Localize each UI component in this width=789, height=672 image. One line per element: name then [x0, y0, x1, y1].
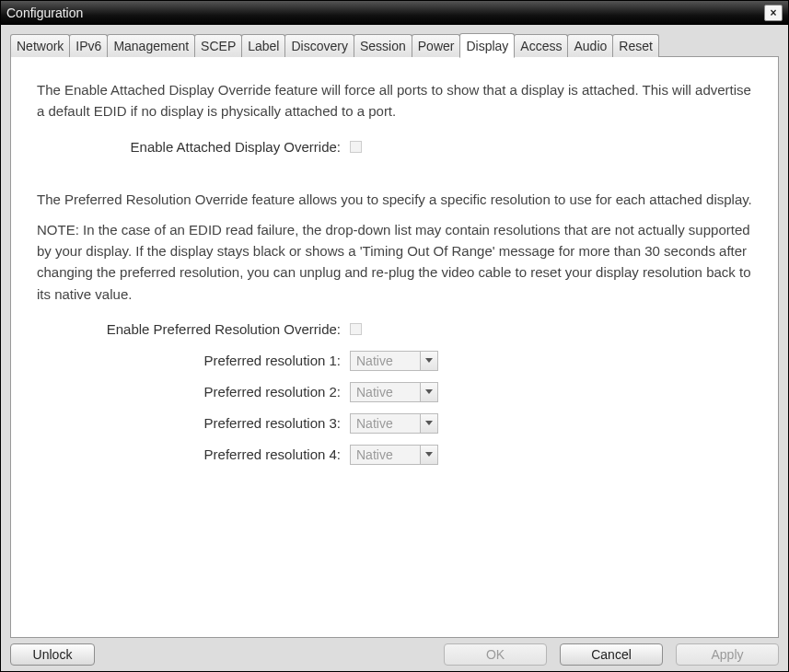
preferred-resolution-select-4[interactable]: Native: [350, 445, 438, 465]
preferred-resolution-row-3: Preferred resolution 3:Native: [37, 408, 752, 439]
tab-ipv6[interactable]: IPv6: [69, 34, 108, 57]
close-icon: ×: [770, 7, 776, 18]
chevron-down-icon: [420, 414, 437, 433]
preferred-resolution-note: NOTE: In the case of an EDID read failur…: [37, 219, 752, 305]
tab-label: SCEP: [201, 39, 236, 53]
tab-display[interactable]: Display: [459, 33, 515, 58]
tab-power[interactable]: Power: [412, 34, 461, 57]
attached-override-row: Enable Attached Display Override:: [37, 132, 752, 163]
preferred-resolution-select-3[interactable]: Native: [350, 413, 438, 434]
close-button[interactable]: ×: [764, 5, 783, 21]
tab-scep[interactable]: SCEP: [194, 34, 242, 57]
preferred-resolution-label-3: Preferred resolution 3:: [37, 415, 350, 431]
tab-session[interactable]: Session: [354, 34, 412, 57]
tab-discovery[interactable]: Discovery: [284, 34, 354, 57]
tab-label: Discovery: [291, 39, 347, 53]
preferred-resolution-label-2: Preferred resolution 2:: [37, 384, 350, 400]
config-window: Configuration × NetworkIPv6ManagementSCE…: [0, 0, 789, 672]
tab-label: Reset: [619, 39, 653, 53]
tab-pane-display: The Enable Attached Display Override fea…: [10, 56, 779, 638]
tab-label: Label: [248, 39, 279, 53]
preferred-override-label: Enable Preferred Resolution Override:: [37, 321, 350, 337]
chevron-down-icon: [420, 383, 437, 401]
tab-network[interactable]: Network: [10, 34, 70, 57]
tab-label: Power: [418, 39, 455, 53]
chevron-down-icon: [420, 446, 437, 464]
apply-button[interactable]: Apply: [676, 643, 779, 666]
cancel-button[interactable]: Cancel: [560, 643, 663, 666]
tab-label: Management: [113, 39, 189, 53]
tab-label: IPv6: [75, 39, 101, 53]
preferred-resolution-value-1: Native: [351, 352, 420, 370]
window-title: Configuration: [6, 6, 764, 20]
tab-label: Access: [520, 39, 562, 53]
tab-label: Display: [466, 39, 508, 53]
tab-strip: NetworkIPv6ManagementSCEPLabelDiscoveryS…: [10, 32, 779, 57]
client-area: NetworkIPv6ManagementSCEPLabelDiscoveryS…: [1, 25, 788, 671]
preferred-override-checkbox[interactable]: [350, 323, 362, 335]
preferred-override-row: Enable Preferred Resolution Override:: [37, 314, 752, 345]
tab-management[interactable]: Management: [107, 34, 195, 57]
preferred-resolution-label-4: Preferred resolution 4:: [37, 446, 350, 462]
preferred-resolution-row-4: Preferred resolution 4:Native: [37, 439, 752, 470]
preferred-resolution-label-1: Preferred resolution 1:: [37, 353, 350, 368]
tab-label[interactable]: Label: [241, 34, 285, 57]
preferred-resolution-value-2: Native: [351, 383, 420, 401]
tab-audio[interactable]: Audio: [567, 34, 613, 57]
preferred-resolution-row-1: Preferred resolution 1:Native: [37, 345, 752, 377]
tab-label: Network: [17, 39, 64, 53]
attached-override-label: Enable Attached Display Override:: [37, 139, 350, 155]
preferred-resolution-select-2[interactable]: Native: [350, 382, 438, 402]
preferred-resolution-select-1[interactable]: Native: [350, 351, 438, 371]
ok-button[interactable]: OK: [444, 643, 547, 666]
attached-override-description: The Enable Attached Display Override fea…: [37, 79, 752, 122]
button-bar: Unlock OK Cancel Apply: [10, 638, 779, 666]
attached-override-checkbox[interactable]: [350, 141, 362, 153]
tab-reset[interactable]: Reset: [612, 34, 659, 57]
preferred-resolution-value-3: Native: [351, 414, 420, 433]
tab-label: Session: [360, 39, 406, 53]
title-bar: Configuration ×: [1, 1, 788, 25]
tab-access[interactable]: Access: [514, 34, 568, 57]
unlock-button[interactable]: Unlock: [10, 643, 95, 666]
chevron-down-icon: [420, 352, 437, 370]
preferred-resolution-value-4: Native: [351, 446, 420, 464]
preferred-resolution-row-2: Preferred resolution 2:Native: [37, 377, 752, 408]
preferred-resolution-description: The Preferred Resolution Override featur…: [37, 189, 752, 210]
tab-label: Audio: [574, 39, 607, 53]
